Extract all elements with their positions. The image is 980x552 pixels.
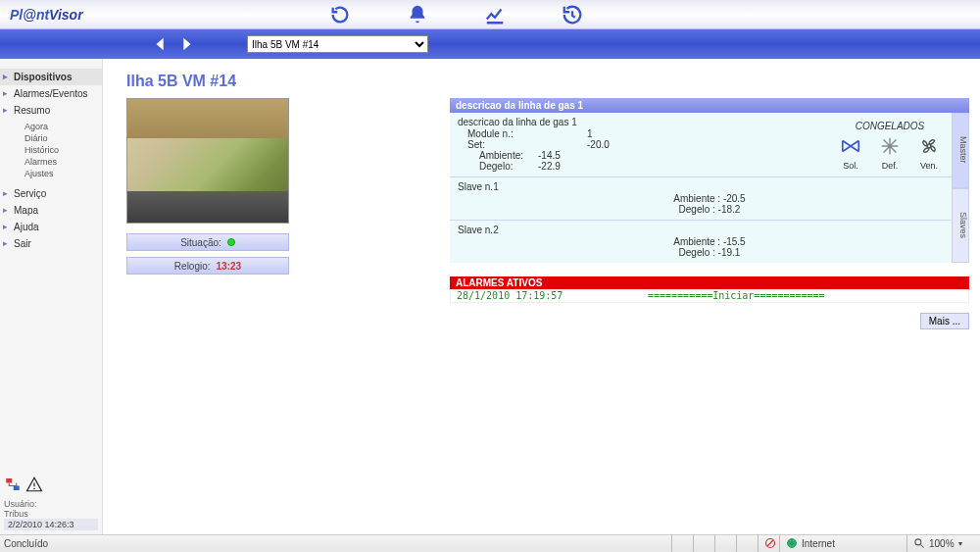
status-ok-icon	[227, 238, 235, 246]
nav-ribbon: Ilha 5B VM #14	[0, 29, 980, 59]
tab-slaves[interactable]: Slaves	[952, 188, 969, 264]
fan-icon	[918, 135, 940, 159]
sidebar-sub-diario[interactable]: Diário	[24, 132, 102, 144]
sidebar-item-alarmes[interactable]: Alarmes/Eventos	[0, 85, 102, 102]
trend-icon[interactable]	[483, 3, 507, 26]
slave2-amb-label: Ambiente :	[673, 236, 720, 247]
alarm-msg: ===========Iniciar============	[648, 290, 825, 301]
amb-label: Ambiente:	[450, 150, 538, 161]
zoom-value: 100%	[929, 538, 955, 549]
user-label: Usuário:	[4, 499, 98, 509]
clock-bar: Relogio: 13:23	[126, 257, 289, 275]
sidebar-item-dispositivos[interactable]: Dispositivos	[0, 69, 102, 85]
clock-label: Relogio:	[174, 261, 211, 272]
top-toolbar: Pl@ntVisor	[0, 0, 980, 29]
slave2-deg-label: Degelo :	[679, 247, 715, 258]
slave2-deg-value: -19.1	[718, 247, 741, 258]
sidebar-sub-ajustes[interactable]: Ajustes	[24, 168, 102, 179]
svg-rect-1	[14, 486, 20, 491]
prev-device-button[interactable]	[152, 35, 170, 53]
sidebar-sub-alarmes[interactable]: Alarmes	[24, 156, 102, 168]
status-bar: Situação:	[126, 233, 289, 251]
device-photo	[126, 98, 289, 224]
device-select[interactable]: Ilha 5B VM #14	[247, 35, 428, 53]
def-label: Def.	[882, 161, 899, 171]
status-done-label: Concluído	[0, 538, 48, 549]
module-label: Module n.:	[450, 128, 587, 139]
clock-value: 13:23	[217, 261, 242, 272]
slave1-deg-label: Degelo :	[679, 204, 715, 215]
panel-body: Master Slaves descricao da linha de gas …	[450, 113, 969, 263]
set-value: -20.0	[587, 139, 665, 150]
defrost-icon	[879, 135, 901, 159]
page-title: Ilha 5B VM #14	[126, 73, 964, 90]
alarms-header: ALARMES ATIVOS	[450, 276, 969, 289]
status-label: Situação:	[180, 237, 221, 248]
sidebar-timestamp: 2/2/2010 14:26:3	[4, 519, 98, 530]
next-device-button[interactable]	[177, 35, 195, 53]
amb-value: -14.5	[538, 150, 616, 161]
zone-label: Internet	[802, 538, 835, 549]
panel-header: descricao da linha de gas 1	[450, 98, 969, 113]
zoom-dropdown-icon[interactable]: ▾	[958, 539, 962, 548]
congelados-label: CONGELADOS	[840, 121, 940, 131]
slave1-amb-label: Ambiente :	[673, 193, 720, 204]
network-icon	[4, 476, 22, 495]
sidebar-item-sair[interactable]: Sair	[0, 235, 102, 252]
browser-statusbar: Concluído Internet 100% ▾	[0, 534, 980, 552]
slave1-amb-value: -20.5	[723, 193, 746, 204]
app-logo: Pl@ntVisor	[10, 7, 83, 23]
zoom-icon	[913, 537, 925, 551]
slave1-deg-value: -18.2	[718, 204, 741, 215]
svg-point-6	[915, 538, 921, 544]
sol-label: Sol.	[843, 161, 858, 171]
alarm-row: 28/1/2010 17:19:57 ===========Iniciar===…	[450, 289, 969, 303]
deg-value: -22.9	[538, 161, 616, 172]
alarm-ts: 28/1/2010 17:19:57	[457, 290, 648, 301]
solenoid-icon	[840, 135, 861, 159]
sidebar-item-resumo[interactable]: Resumo	[0, 102, 102, 119]
globe-icon	[786, 537, 798, 551]
slave2-name: Slave n.2	[450, 224, 969, 236]
blocked-icon	[764, 537, 776, 551]
tab-master[interactable]: Master	[952, 113, 969, 188]
sidebar-item-mapa[interactable]: Mapa	[0, 202, 102, 219]
slave2-amb-value: -15.5	[723, 236, 746, 247]
sidebar-item-servico[interactable]: Serviço	[0, 185, 102, 202]
user-name: Tribus	[4, 509, 98, 519]
ven-label: Ven.	[920, 161, 938, 171]
history-icon[interactable]	[561, 3, 584, 26]
set-label: Set:	[450, 139, 587, 150]
svg-rect-0	[6, 478, 12, 483]
deg-label: Degelo:	[450, 161, 538, 172]
main-content: Ilha 5B VM #14 Situação: Relogio: 13:23 …	[103, 59, 980, 534]
sidebar-item-ajuda[interactable]: Ajuda	[0, 219, 102, 235]
more-button[interactable]: Mais ...	[920, 313, 969, 329]
alarm-bell-icon[interactable]	[406, 3, 429, 26]
warning-icon	[25, 476, 43, 495]
sidebar-sub-agora[interactable]: Agora	[24, 121, 102, 132]
svg-point-2	[33, 488, 35, 490]
sidebar: Dispositivos Alarmes/Eventos Resumo Agor…	[0, 59, 103, 534]
module-value: 1	[587, 128, 665, 139]
refresh-icon[interactable]	[328, 3, 352, 26]
sidebar-sub-historico[interactable]: Histórico	[24, 144, 102, 156]
slave1-name: Slave n.1	[450, 180, 969, 193]
